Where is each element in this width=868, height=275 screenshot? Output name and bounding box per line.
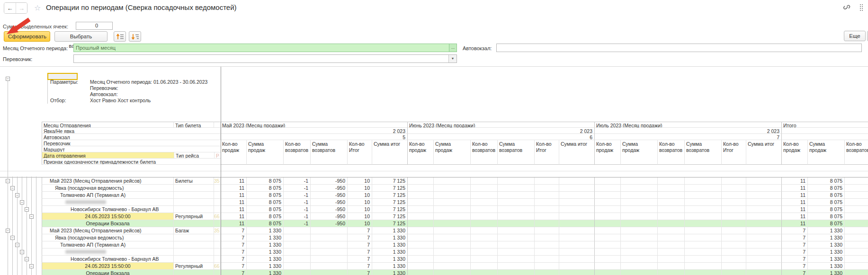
month-group-header[interactable]: Июнь 2023 (Месяц продажи)	[408, 122, 595, 128]
value-cell[interactable]	[408, 220, 434, 227]
value-cell[interactable]: -950	[311, 213, 348, 220]
value-cell[interactable]: 1 330	[247, 256, 284, 263]
value-cell[interactable]	[408, 192, 434, 199]
value-cell[interactable]	[685, 199, 722, 206]
value-cell[interactable]	[311, 263, 348, 270]
value-cell[interactable]	[746, 227, 782, 234]
value-cell[interactable]	[535, 256, 559, 263]
value-cell[interactable]: -1	[284, 206, 311, 213]
header-value-cell[interactable]: 6	[408, 134, 595, 140]
value-cell[interactable]	[595, 220, 621, 227]
value-cell[interactable]: 7	[348, 256, 372, 263]
value-cell[interactable]	[284, 270, 311, 275]
value-cell[interactable]: -950	[311, 220, 348, 227]
value-cell[interactable]	[746, 263, 782, 270]
measure-header[interactable]: Сумма итог	[746, 140, 782, 165]
ticket-type-cell[interactable]: Багаж	[174, 227, 214, 234]
value-cell[interactable]: 1 330	[247, 270, 284, 275]
value-cell[interactable]	[685, 192, 722, 199]
value-cell[interactable]: 7 125	[372, 213, 408, 220]
value-cell[interactable]	[535, 227, 559, 234]
header-cell[interactable]: Явка/Не явка	[42, 128, 221, 134]
value-cell[interactable]	[434, 185, 471, 192]
value-cell[interactable]	[408, 199, 434, 206]
favorite-star-icon[interactable]: ☆	[34, 3, 41, 12]
value-cell[interactable]: 1 330	[372, 241, 408, 248]
value-cell[interactable]	[685, 213, 722, 220]
measure-header[interactable]: Сумма возвратов	[685, 140, 722, 165]
value-cell[interactable]	[621, 177, 658, 185]
header-value-cell[interactable]: 7	[595, 134, 782, 140]
collapse-icon[interactable]: −	[20, 200, 24, 204]
value-cell[interactable]	[746, 256, 782, 263]
measure-header[interactable]: Сумма продаж	[808, 140, 845, 165]
generate-button[interactable]: Сформировать	[4, 31, 50, 42]
selected-cell[interactable]	[47, 73, 78, 80]
value-cell[interactable]	[408, 263, 434, 270]
row-label-cell[interactable]: Явка (посадочная ведомость)	[42, 185, 174, 192]
value-cell[interactable]	[722, 248, 746, 256]
value-cell[interactable]	[845, 270, 868, 275]
value-cell[interactable]	[685, 248, 722, 256]
value-cell[interactable]	[559, 241, 595, 248]
value-cell[interactable]	[746, 199, 782, 206]
value-cell[interactable]	[498, 241, 535, 248]
value-cell[interactable]	[559, 177, 595, 185]
row-label-cell[interactable]: Май 2023 (Месяц Отправления рейсов)	[42, 227, 174, 234]
ticket-type-cell[interactable]	[174, 220, 214, 227]
value-cell[interactable]	[658, 234, 685, 241]
sum-selected-input[interactable]: 0	[76, 22, 113, 30]
value-cell[interactable]	[434, 248, 471, 256]
carrier-input[interactable]: ▼	[73, 54, 457, 63]
header-cell[interactable]: Тип билета	[174, 122, 214, 128]
value-cell[interactable]: 7	[221, 263, 247, 270]
value-cell[interactable]: 11	[221, 220, 247, 227]
measure-header[interactable]: Сумма возвратов	[498, 140, 535, 165]
ticket-type-cell[interactable]	[174, 248, 214, 256]
value-cell[interactable]	[595, 177, 621, 185]
value-cell[interactable]	[434, 256, 471, 263]
value-cell[interactable]	[685, 206, 722, 213]
value-cell[interactable]	[284, 248, 311, 256]
value-cell[interactable]: 8 075	[247, 199, 284, 206]
header-cell[interactable]: Автовокзал	[42, 134, 221, 140]
value-cell[interactable]: 1 330	[808, 256, 845, 263]
value-cell[interactable]: 1 330	[247, 241, 284, 248]
value-cell[interactable]	[535, 270, 559, 275]
value-cell[interactable]	[559, 256, 595, 263]
measure-header[interactable]: Сумма итог	[559, 140, 595, 165]
value-cell[interactable]	[284, 263, 311, 270]
row-label-cell[interactable]	[42, 248, 174, 256]
value-cell[interactable]: -1	[284, 213, 311, 220]
value-cell[interactable]: 1 330	[808, 227, 845, 234]
value-cell[interactable]	[471, 199, 498, 206]
row-label-cell[interactable]	[42, 199, 174, 206]
more-button[interactable]: Еще ▾	[844, 31, 866, 41]
value-cell[interactable]	[434, 206, 471, 213]
measure-header[interactable]: Сумма возвратов	[311, 140, 348, 165]
header-value-cell[interactable]: 5	[221, 134, 408, 140]
value-cell[interactable]: 8 075	[247, 206, 284, 213]
value-cell[interactable]	[595, 263, 621, 270]
value-cell[interactable]	[595, 256, 621, 263]
value-cell[interactable]: 11	[221, 213, 247, 220]
value-cell[interactable]	[471, 234, 498, 241]
value-cell[interactable]	[685, 220, 722, 227]
kebab-menu-icon[interactable]	[859, 4, 864, 13]
value-cell[interactable]	[434, 241, 471, 248]
value-cell[interactable]	[311, 241, 348, 248]
report-cell[interactable]	[214, 206, 221, 213]
measure-header[interactable]: Кол-во продаж	[221, 140, 247, 165]
report-cell[interactable]: 35	[214, 227, 221, 234]
value-cell[interactable]: 7 125	[372, 185, 408, 192]
value-cell[interactable]	[434, 213, 471, 220]
value-cell[interactable]	[746, 185, 782, 192]
row-label-cell[interactable]: Явка (посадочная ведомость)	[42, 234, 174, 241]
measure-header[interactable]: Кол-во продаж	[408, 140, 434, 165]
value-cell[interactable]: 7	[782, 241, 808, 248]
value-cell[interactable]	[621, 213, 658, 220]
value-cell[interactable]: 8 075	[808, 206, 845, 213]
forward-button[interactable]: →	[16, 3, 27, 13]
value-cell[interactable]	[311, 227, 348, 234]
header-value-cell[interactable]: 2 023	[408, 128, 595, 134]
